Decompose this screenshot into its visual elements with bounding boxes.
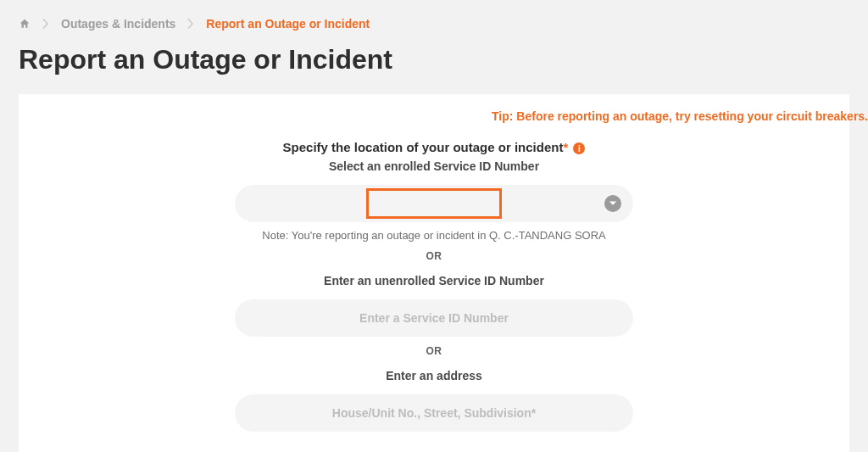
info-icon[interactable]: i bbox=[573, 142, 585, 154]
address-row bbox=[19, 394, 849, 432]
page-title: Report an Outage or Incident bbox=[0, 31, 868, 94]
unenrolled-label: Enter an unenrolled Service ID Number bbox=[19, 274, 849, 287]
unenrolled-input[interactable] bbox=[235, 299, 633, 337]
address-input-wrap bbox=[235, 394, 633, 432]
form-card: Tip: Before reporting an outage, try res… bbox=[19, 94, 849, 452]
chevron-right-icon bbox=[42, 19, 49, 29]
enrolled-label: Select an enrolled Service ID Number bbox=[19, 159, 849, 173]
enrolled-select[interactable] bbox=[235, 185, 633, 222]
selection-highlight bbox=[366, 188, 502, 219]
address-label: Enter an address bbox=[19, 369, 849, 382]
home-icon[interactable] bbox=[19, 18, 31, 30]
breadcrumb: Outages & Incidents Report an Outage or … bbox=[0, 0, 868, 31]
or-separator-1: OR bbox=[19, 250, 849, 262]
or-separator-2: OR bbox=[19, 345, 849, 357]
enrolled-note: Note: You're reporting an outage or inci… bbox=[19, 229, 849, 242]
required-mark: * bbox=[563, 140, 568, 154]
address-input[interactable] bbox=[235, 394, 633, 432]
chevron-right-icon bbox=[187, 19, 194, 29]
breadcrumb-link-outages[interactable]: Outages & Incidents bbox=[61, 17, 175, 31]
unenrolled-row bbox=[19, 299, 849, 337]
form-heading: Specify the location of your outage or i… bbox=[19, 140, 849, 154]
tip-text: Tip: Before reporting an outage, try res… bbox=[19, 109, 868, 123]
unenrolled-input-wrap bbox=[235, 299, 633, 337]
chevron-down-icon[interactable] bbox=[604, 195, 621, 212]
form-heading-text: Specify the location of your outage or i… bbox=[283, 140, 564, 154]
enrolled-row bbox=[19, 185, 849, 222]
breadcrumb-current: Report an Outage or Incident bbox=[206, 17, 370, 31]
